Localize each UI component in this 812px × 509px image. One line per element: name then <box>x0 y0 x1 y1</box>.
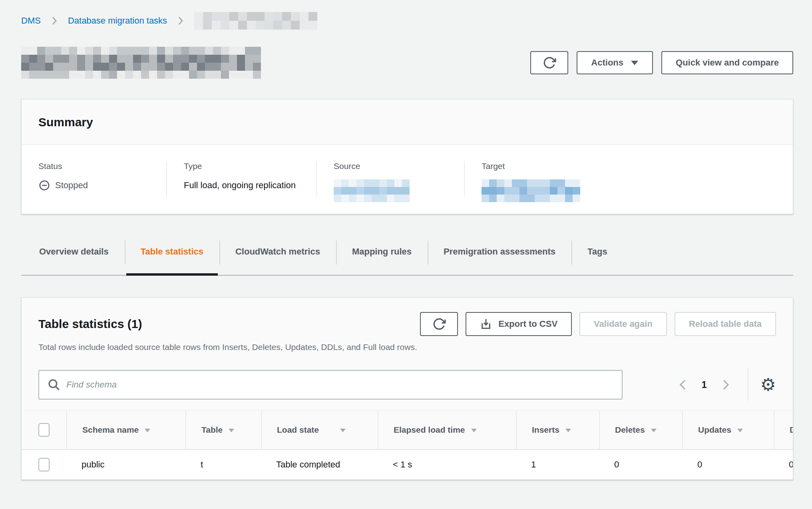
table-statistics-header: Table statistics (1) <box>22 298 793 411</box>
export-to-csv-label: Export to CSV <box>498 319 557 329</box>
refresh-icon <box>543 56 556 70</box>
quick-view-compare-label: Quick view and compare <box>676 58 779 68</box>
search-icon <box>47 378 61 392</box>
column-header-table[interactable]: Table <box>185 411 261 449</box>
column-label: DDLs <box>790 425 793 434</box>
page-header: Actions Quick view and compare <box>21 45 793 81</box>
column-header-deletes[interactable]: Deletes <box>599 411 682 449</box>
pagination: 1 ⚙ <box>675 369 776 401</box>
sort-icon[interactable] <box>651 425 657 435</box>
find-schema-input[interactable] <box>66 380 614 390</box>
cell-deletes: 0 <box>599 449 682 479</box>
summary-field-source: Source <box>316 161 464 196</box>
breadcrumb-item-migration-tasks[interactable]: Database migration tasks <box>68 16 167 26</box>
page-title-redacted <box>21 47 261 79</box>
download-icon <box>480 318 492 330</box>
header-actions: Actions Quick view and compare <box>530 51 793 74</box>
caret-down-icon <box>631 60 639 66</box>
tab-tags[interactable]: Tags <box>571 240 623 275</box>
tab-table-statistics[interactable]: Table statistics <box>125 240 219 275</box>
cell-load-state: Table completed <box>261 449 378 479</box>
chevron-left-icon <box>677 378 689 392</box>
row-checkbox[interactable] <box>38 458 50 471</box>
breadcrumb: DMS Database migration tasks <box>21 0 793 30</box>
breadcrumb-item-dms[interactable]: DMS <box>21 16 41 26</box>
previous-page-button[interactable] <box>675 378 691 392</box>
column-header-inserts[interactable]: Inserts <box>516 411 599 449</box>
sort-icon[interactable] <box>471 425 477 435</box>
table-statistics-table: Schema name Table Load state Elapsed loa… <box>22 411 793 479</box>
sort-icon[interactable] <box>340 425 346 435</box>
sort-icon[interactable] <box>737 425 743 435</box>
cell-inserts: 1 <box>516 449 599 479</box>
task-detail-tabs: Overview details Table statistics CloudW… <box>21 240 793 276</box>
preferences-gear-button[interactable]: ⚙ <box>760 376 776 394</box>
summary-title: Summary <box>38 115 93 129</box>
column-header-load-state[interactable]: Load state <box>261 411 378 449</box>
column-label: Deletes <box>615 425 645 434</box>
table-statistics-description: Total rows include loaded source table r… <box>38 342 776 353</box>
tab-premigration-assessments[interactable]: Premigration assessments <box>428 240 571 275</box>
status-value: Stopped <box>38 179 166 191</box>
cell-elapsed-load-time: < 1 s <box>378 449 516 479</box>
quick-view-compare-button[interactable]: Quick view and compare <box>661 51 793 74</box>
refresh-icon <box>432 317 446 331</box>
table-statistics-card: Table statistics (1) <box>21 297 793 480</box>
column-label: Schema name <box>82 425 139 434</box>
summary-field-target: Target <box>464 161 793 196</box>
column-header-schema-name[interactable]: Schema name <box>66 411 185 449</box>
status-text: Stopped <box>55 179 88 191</box>
tab-overview-details[interactable]: Overview details <box>21 240 125 275</box>
source-label: Source <box>334 161 464 171</box>
summary-card: Summary Status Stopped Type Full load, o… <box>21 99 793 214</box>
cell-ddls: 0 <box>774 449 793 479</box>
reload-table-data-label: Reload table data <box>689 319 762 329</box>
gear-icon: ⚙ <box>760 375 776 394</box>
summary-card-header: Summary <box>22 99 793 145</box>
column-label: Inserts <box>532 425 559 434</box>
column-label: Load state <box>277 425 319 434</box>
sort-icon[interactable] <box>565 425 571 435</box>
column-label: Elapsed load time <box>394 425 465 434</box>
select-all-checkbox[interactable] <box>38 423 50 437</box>
target-endpoint-link-redacted[interactable] <box>482 179 580 202</box>
validate-again-label: Validate again <box>594 319 653 329</box>
reload-table-data-button[interactable]: Reload table data <box>675 312 776 336</box>
actions-button-label: Actions <box>591 58 623 68</box>
summary-field-type: Type Full load, ongoing replication <box>166 161 316 196</box>
table-statistics-title: Table statistics (1) <box>38 317 142 331</box>
table-statistics-toolbar: Export to CSV Validate again Reload tabl… <box>420 312 776 336</box>
validate-again-button[interactable]: Validate again <box>579 312 667 336</box>
refresh-button[interactable] <box>530 51 568 74</box>
schema-search-box <box>38 370 623 400</box>
cell-updates: 0 <box>682 449 774 479</box>
chevron-right-icon <box>720 378 732 392</box>
source-endpoint-link-redacted[interactable] <box>334 179 410 202</box>
current-page-number[interactable]: 1 <box>702 380 707 390</box>
cell-schema-name: public <box>66 449 185 479</box>
target-label: Target <box>482 161 793 171</box>
dms-task-page: DMS Database migration tasks Actions <box>0 0 812 509</box>
sort-icon[interactable] <box>144 425 151 435</box>
table-header-row: Schema name Table Load state Elapsed loa… <box>22 411 793 449</box>
stopped-icon <box>38 179 50 191</box>
export-to-csv-button[interactable]: Export to CSV <box>466 312 572 336</box>
chevron-right-icon <box>50 16 58 26</box>
next-page-button[interactable] <box>717 378 734 392</box>
table-refresh-button[interactable] <box>420 312 458 336</box>
type-value: Full load, ongoing replication <box>184 179 316 191</box>
tab-cloudwatch-metrics[interactable]: CloudWatch metrics <box>219 240 336 275</box>
summary-body: Status Stopped Type Full load, ongoing r… <box>22 145 793 214</box>
type-label: Type <box>184 161 316 171</box>
column-label: Table <box>201 425 223 434</box>
column-header-ddls[interactable]: DDLs <box>774 411 793 449</box>
chevron-right-icon <box>177 16 185 26</box>
actions-button[interactable]: Actions <box>577 51 653 74</box>
column-label: Updates <box>698 425 731 434</box>
column-header-updates[interactable]: Updates <box>682 411 774 449</box>
tab-mapping-rules[interactable]: Mapping rules <box>336 240 428 275</box>
pagination-divider <box>748 369 748 401</box>
sort-icon[interactable] <box>228 425 235 435</box>
column-header-elapsed-load-time[interactable]: Elapsed load time <box>378 411 516 449</box>
table-row: public t Table completed < 1 s 1 0 0 0 <box>22 449 793 479</box>
